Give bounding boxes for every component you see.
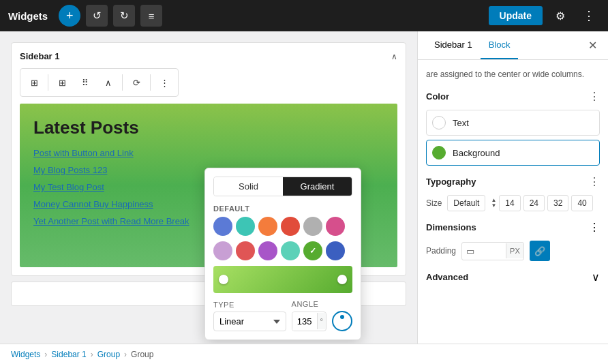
typography-section: Typography ⋮ Size Default ▲ ▼ 14 24 32	[426, 175, 600, 211]
swatch-teal[interactable]	[236, 217, 255, 236]
swatch-dark-blue[interactable]	[326, 241, 345, 260]
dimensions-title: Dimensions	[426, 222, 476, 232]
breadcrumb-group1[interactable]: Group	[97, 350, 120, 359]
breadcrumb-widgets[interactable]: Widgets	[11, 350, 40, 359]
transform-button[interactable]: ⊞	[23, 72, 45, 93]
color-section-title: Color	[426, 91, 449, 102]
gradient-handle-right[interactable]	[337, 275, 347, 284]
breadcrumb-group2: Group	[131, 350, 153, 359]
typography-more-button[interactable]: ⋮	[589, 175, 600, 188]
swatch-blue[interactable]	[213, 217, 232, 236]
angle-input[interactable]	[292, 312, 317, 331]
block-tab[interactable]: Block	[481, 31, 519, 59]
padding-box-icon: ▭	[462, 243, 478, 260]
angle-input-wrap: °	[292, 312, 326, 331]
loop-button[interactable]: ⟳	[125, 72, 147, 93]
color-more-button[interactable]: ⋮	[589, 90, 600, 103]
list-view-button[interactable]: ≡	[140, 5, 162, 27]
breadcrumb-sep-2: ›	[91, 350, 93, 359]
padding-label: Padding	[426, 246, 456, 256]
swatch-gray[interactable]	[303, 217, 322, 236]
collapse-button[interactable]: ∧	[391, 52, 397, 61]
size-24[interactable]: 24	[523, 195, 545, 211]
swatch-red[interactable]	[281, 217, 300, 236]
swatch-crimson[interactable]	[236, 241, 255, 260]
advanced-title: Advanced	[426, 272, 468, 282]
color-section-header: Color ⋮	[426, 90, 600, 103]
size-down-arrow[interactable]: ▼	[491, 203, 496, 209]
dimensions-header[interactable]: Dimensions ⋮	[426, 221, 600, 234]
add-block-button[interactable]: +	[59, 5, 80, 27]
settings-button[interactable]: ⚙	[548, 3, 573, 28]
undo-button[interactable]: ↺	[86, 5, 108, 27]
panel-info-text: are assigned to the center or wide colum…	[426, 68, 600, 80]
padding-link-button[interactable]: 🔗	[530, 241, 550, 261]
background-color-option[interactable]: Background	[426, 140, 600, 166]
breadcrumb-sep-1: ›	[44, 350, 47, 359]
panel-body: are assigned to the center or wide colum…	[418, 60, 608, 344]
typography-section-header: Typography ⋮	[426, 175, 600, 188]
swatch-green[interactable]	[303, 241, 322, 260]
more-button[interactable]: ⋮	[153, 72, 175, 93]
more-options-button[interactable]: ⋮	[578, 5, 600, 27]
color-picker-tabs: Solid Gradient	[213, 177, 352, 196]
size-label: Size	[426, 198, 442, 208]
dimensions-more-button[interactable]: ⋮	[589, 221, 600, 234]
angle-circle[interactable]	[332, 311, 352, 331]
size-14[interactable]: 14	[499, 195, 520, 211]
swatch-orange[interactable]	[258, 217, 277, 236]
sidebar-header: Sidebar 1 ∧	[20, 51, 397, 61]
arrow-up-button[interactable]: ∧	[97, 72, 119, 93]
toolbar-divider	[48, 74, 48, 91]
padding-input-wrap: ▭ PX	[461, 242, 524, 260]
breadcrumb-sep-3: ›	[124, 350, 127, 359]
size-control: ▲ ▼	[491, 198, 496, 209]
toolbar-divider-2	[122, 74, 123, 91]
text-color-circle	[432, 116, 446, 130]
size-default-button[interactable]: Default	[447, 195, 485, 211]
sidebar-tab[interactable]: Sidebar 1	[426, 31, 481, 59]
color-swatches-row1	[213, 217, 352, 236]
redo-button[interactable]: ↻	[113, 5, 135, 27]
toolbar-divider-3	[150, 74, 151, 91]
update-button[interactable]: Update	[489, 6, 543, 25]
swatch-mint[interactable]	[281, 241, 300, 260]
advanced-chevron-icon[interactable]: ∨	[592, 271, 600, 284]
app-title: Widgets	[8, 10, 48, 22]
topbar: Widgets + ↺ ↻ ≡ Update ⚙ ⋮	[0, 0, 608, 31]
post-link[interactable]: Post with Button and Link	[33, 148, 384, 158]
dimensions-section: Dimensions ⋮ Padding ▭ PX 🔗	[426, 221, 600, 261]
type-label: TYPE	[213, 301, 286, 309]
typography-title: Typography	[426, 177, 476, 187]
padding-input[interactable]	[478, 243, 506, 259]
gradient-tab[interactable]: Gradient	[283, 177, 352, 196]
grid-button[interactable]: ⠿	[74, 72, 96, 93]
text-color-option[interactable]: Text	[426, 110, 600, 136]
gradient-handle-left[interactable]	[219, 275, 228, 284]
size-arrows: ▲ ▼	[491, 198, 496, 209]
color-swatches-row2	[213, 241, 352, 260]
type-select-wrap: TYPE Linear Radial	[213, 301, 286, 331]
background-color-label: Background	[453, 148, 500, 158]
advanced-section[interactable]: Advanced ∨	[426, 271, 600, 284]
breadcrumb-sidebar[interactable]: Sidebar 1	[51, 350, 86, 359]
default-label: DEFAULT	[213, 204, 352, 213]
panel-tabs: Sidebar 1 Block ✕	[418, 31, 608, 60]
drag-button[interactable]: ⊞	[51, 72, 73, 93]
solid-tab[interactable]: Solid	[214, 177, 283, 196]
size-40[interactable]: 40	[571, 195, 592, 211]
right-panel: Sidebar 1 Block ✕ are assigned to the ce…	[417, 31, 608, 344]
panel-close-button[interactable]: ✕	[586, 36, 600, 55]
swatch-pink[interactable]	[326, 217, 345, 236]
text-color-label: Text	[453, 118, 469, 128]
block-toolbar: ⊞ ⊞ ⠿ ∧ ⟳ ⋮	[20, 68, 179, 97]
size-32[interactable]: 32	[547, 195, 568, 211]
swatch-purple[interactable]	[258, 241, 277, 260]
type-angle-row: TYPE Linear Radial ANGLE °	[213, 300, 352, 331]
gradient-preview[interactable]	[213, 266, 352, 293]
editor-area: Sidebar 1 ∧ ⊞ ⊞ ⠿ ∧ ⟳ ⋮ Latest Posts Pos…	[0, 31, 417, 344]
swatch-lavender[interactable]	[213, 241, 232, 260]
type-select[interactable]: Linear Radial	[213, 312, 286, 331]
padding-unit: PX	[506, 243, 523, 258]
background-color-circle	[432, 146, 446, 160]
